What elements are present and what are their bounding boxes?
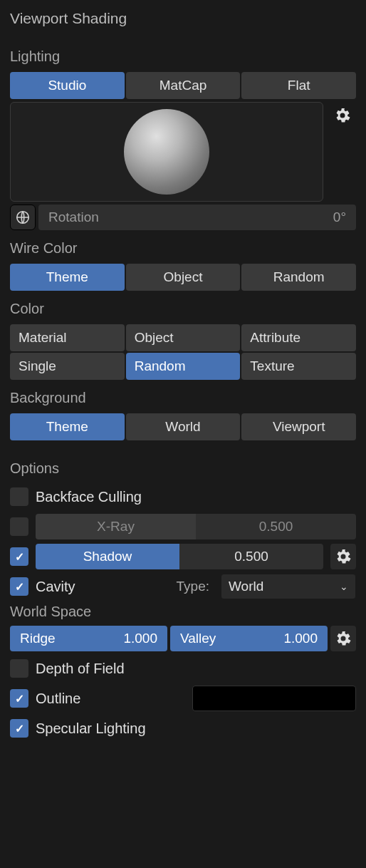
valley-slider[interactable]: Valley 1.000 xyxy=(170,626,328,651)
options-label: Options xyxy=(10,460,356,477)
studio-light-preview[interactable] xyxy=(10,102,323,202)
outline-color-swatch[interactable] xyxy=(192,686,356,711)
rotation-field-value: 0° xyxy=(333,210,346,225)
wire-color-label: Wire Color xyxy=(10,240,356,257)
background-label: Background xyxy=(10,390,356,406)
shadow-slider[interactable]: Shadow 0.500 xyxy=(36,544,323,569)
outline-label: Outline xyxy=(36,691,80,707)
shadow-checkbox[interactable] xyxy=(10,547,28,566)
background-tabs: Theme World Viewport xyxy=(10,413,356,440)
globe-icon xyxy=(15,210,31,225)
color-material[interactable]: Material xyxy=(10,324,125,351)
gear-icon xyxy=(335,548,352,565)
background-viewport[interactable]: Viewport xyxy=(241,413,356,440)
panel-title: Viewport Shading xyxy=(10,10,356,27)
xray-slider[interactable]: X-Ray 0.500 xyxy=(36,514,356,539)
shadow-settings-button[interactable] xyxy=(330,544,356,569)
color-grid: Material Object Attribute Single Random … xyxy=(10,324,356,380)
backface-culling-label: Backface Culling xyxy=(36,489,142,505)
rotation-field[interactable]: Rotation 0° xyxy=(38,205,356,230)
ridge-label: Ridge xyxy=(20,631,56,646)
backface-culling-checkbox[interactable] xyxy=(10,487,28,506)
color-texture[interactable]: Texture xyxy=(241,353,356,380)
outline-checkbox[interactable] xyxy=(10,689,28,708)
cavity-type-dropdown[interactable]: World ⌄ xyxy=(221,574,356,599)
cavity-type-label: Type: xyxy=(177,579,209,594)
wire-color-tabs: Theme Object Random xyxy=(10,264,356,291)
cavity-label: Cavity xyxy=(36,579,75,595)
lighting-label: Lighting xyxy=(10,48,356,65)
world-space-settings-button[interactable] xyxy=(330,626,356,651)
wire-color-theme[interactable]: Theme xyxy=(10,264,125,291)
valley-label: Valley xyxy=(180,631,216,646)
background-theme[interactable]: Theme xyxy=(10,413,125,440)
studio-light-settings-button[interactable] xyxy=(329,102,356,129)
world-space-lighting-toggle[interactable] xyxy=(10,205,36,230)
shadow-slider-value: 0.500 xyxy=(179,544,323,569)
specular-checkbox[interactable] xyxy=(10,719,28,738)
xray-slider-value: 0.500 xyxy=(196,514,356,539)
gear-icon xyxy=(334,107,351,124)
rotation-field-label: Rotation xyxy=(48,210,99,225)
lighting-tab-matcap[interactable]: MatCap xyxy=(126,72,241,99)
xray-slider-label: X-Ray xyxy=(36,514,196,539)
depth-of-field-label: Depth of Field xyxy=(36,661,125,677)
ridge-value: 1.000 xyxy=(123,631,157,646)
cavity-type-value: World xyxy=(229,579,263,594)
color-attribute[interactable]: Attribute xyxy=(241,324,356,351)
gear-icon xyxy=(335,630,352,647)
background-world[interactable]: World xyxy=(126,413,241,440)
specular-label: Specular Lighting xyxy=(36,720,146,737)
lighting-tab-studio[interactable]: Studio xyxy=(10,72,125,99)
wire-color-object[interactable]: Object xyxy=(126,264,241,291)
lighting-tabs: Studio MatCap Flat xyxy=(10,72,356,99)
world-space-label: World Space xyxy=(10,604,356,620)
lighting-tab-flat[interactable]: Flat xyxy=(241,72,356,99)
color-label: Color xyxy=(10,301,356,317)
color-random[interactable]: Random xyxy=(126,353,241,380)
ridge-slider[interactable]: Ridge 1.000 xyxy=(10,626,167,651)
shadow-slider-label: Shadow xyxy=(36,544,179,569)
depth-of-field-checkbox[interactable] xyxy=(10,659,28,678)
preview-sphere xyxy=(124,109,209,195)
chevron-down-icon: ⌄ xyxy=(340,581,348,592)
wire-color-random[interactable]: Random xyxy=(241,264,356,291)
color-object[interactable]: Object xyxy=(126,324,241,351)
valley-value: 1.000 xyxy=(283,631,318,646)
cavity-checkbox[interactable] xyxy=(10,577,28,596)
color-single[interactable]: Single xyxy=(10,353,125,380)
xray-checkbox[interactable] xyxy=(10,517,28,536)
